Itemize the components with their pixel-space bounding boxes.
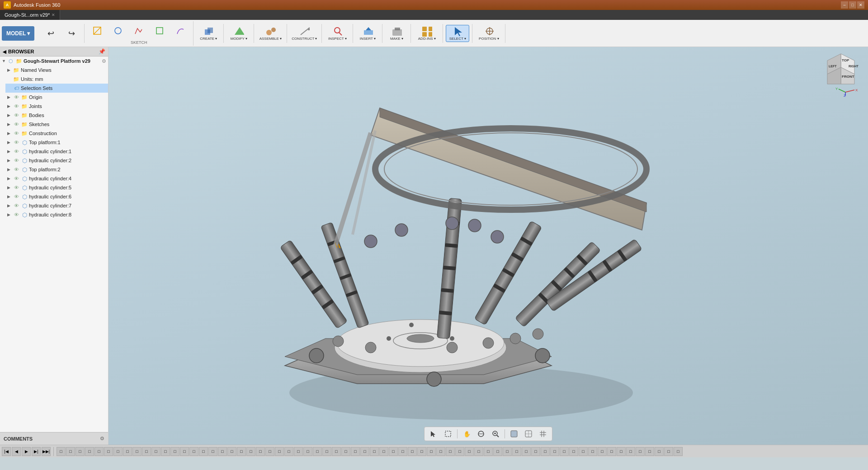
modify-button[interactable]: MODIFY ▾ bbox=[226, 25, 251, 42]
visibility-icon-construction[interactable]: 👁 bbox=[13, 130, 20, 137]
status-tool-37[interactable]: □ bbox=[398, 447, 407, 456]
sketch-button-3[interactable] bbox=[129, 22, 149, 39]
status-tool-57[interactable]: □ bbox=[588, 447, 597, 456]
status-tool-56[interactable]: □ bbox=[579, 447, 588, 456]
sidebar-pin-icon[interactable]: 📌 bbox=[99, 48, 105, 55]
status-tool-10[interactable]: □ bbox=[142, 447, 151, 456]
viewport-display-mode[interactable] bbox=[508, 428, 520, 439]
viewport-zoom-icon[interactable] bbox=[489, 428, 502, 439]
status-tool-12[interactable]: □ bbox=[161, 447, 170, 456]
status-tool-22[interactable]: □ bbox=[256, 447, 265, 456]
viewport-pan-icon[interactable]: ✋ bbox=[460, 428, 473, 439]
visibility-icon-top-platform-1[interactable]: 👁 bbox=[13, 139, 20, 146]
status-tool-13[interactable]: □ bbox=[170, 447, 179, 456]
view-cube[interactable]: TOP FRONT LEFT RIGHT X Y Z bbox=[823, 52, 859, 88]
status-tool-8[interactable]: □ bbox=[123, 447, 132, 456]
browser-item-units[interactable]: ▶ 📁 Units: mm bbox=[5, 75, 108, 84]
status-tool-2[interactable]: □ bbox=[66, 447, 75, 456]
status-tool-41[interactable]: □ bbox=[436, 447, 445, 456]
status-tool-60[interactable]: □ bbox=[617, 447, 626, 456]
settings-icon-root[interactable]: ⚙ bbox=[102, 58, 106, 64]
step-back-button[interactable]: ◀ bbox=[12, 447, 21, 456]
minimize-button[interactable]: – bbox=[841, 1, 848, 9]
status-tool-24[interactable]: □ bbox=[275, 447, 284, 456]
status-tool-36[interactable]: □ bbox=[389, 447, 398, 456]
status-tool-48[interactable]: □ bbox=[503, 447, 512, 456]
status-tool-14[interactable]: □ bbox=[180, 447, 189, 456]
status-tool-23[interactable]: □ bbox=[265, 447, 274, 456]
rewind-button[interactable]: |◀ bbox=[2, 447, 11, 456]
visibility-icon-hydraulic-7[interactable]: 👁 bbox=[13, 202, 20, 209]
status-tool-26[interactable]: □ bbox=[294, 447, 303, 456]
status-tool-30[interactable]: □ bbox=[332, 447, 341, 456]
browser-item-named-views[interactable]: ▶ 📁 Named Views bbox=[5, 66, 108, 75]
expand-arrow-hydraulic-8[interactable]: ▶ bbox=[7, 212, 12, 217]
status-tool-25[interactable]: □ bbox=[284, 447, 293, 456]
expand-arrow-named-views[interactable]: ▶ bbox=[7, 68, 12, 72]
insert-button[interactable]: INSERT ▾ bbox=[356, 25, 379, 42]
expand-arrow-top-platform-2[interactable]: ▶ bbox=[7, 167, 12, 172]
tab-close-icon[interactable]: ✕ bbox=[52, 13, 55, 17]
status-tool-53[interactable]: □ bbox=[550, 447, 559, 456]
comments-panel[interactable]: COMMENTS ⚙ bbox=[0, 432, 108, 445]
status-tool-6[interactable]: □ bbox=[104, 447, 113, 456]
select-button[interactable]: SELECT ▾ bbox=[446, 25, 469, 42]
sketch-button-5[interactable] bbox=[170, 22, 190, 39]
expand-arrow-top-platform-1[interactable]: ▶ bbox=[7, 140, 12, 145]
status-tool-51[interactable]: □ bbox=[531, 447, 540, 456]
make-button[interactable]: MAKE ▾ bbox=[385, 25, 408, 42]
construct-button[interactable]: CONSTRUCT ▾ bbox=[290, 25, 319, 42]
status-tool-18[interactable]: □ bbox=[218, 447, 227, 456]
expand-arrow-hydraulic-2[interactable]: ▶ bbox=[7, 158, 12, 163]
status-tool-34[interactable]: □ bbox=[370, 447, 379, 456]
status-tool-63[interactable]: □ bbox=[645, 447, 654, 456]
status-tool-15[interactable]: □ bbox=[189, 447, 198, 456]
status-tool-32[interactable]: □ bbox=[351, 447, 360, 456]
status-tool-66[interactable]: □ bbox=[674, 447, 683, 456]
status-tool-50[interactable]: □ bbox=[522, 447, 531, 456]
expand-arrow-construction[interactable]: ▶ bbox=[7, 131, 12, 136]
expand-arrow-hydraulic-7[interactable]: ▶ bbox=[7, 203, 12, 208]
viewport-orbit-icon[interactable] bbox=[475, 428, 487, 439]
create-button[interactable]: CREATE ▾ bbox=[196, 25, 221, 42]
status-tool-16[interactable]: □ bbox=[199, 447, 208, 456]
expand-arrow-hydraulic-5[interactable]: ▶ bbox=[7, 185, 12, 190]
status-tool-59[interactable]: □ bbox=[607, 447, 616, 456]
status-tool-44[interactable]: □ bbox=[465, 447, 474, 456]
browser-item-bodies[interactable]: ▶ 👁 📁 Bodies bbox=[5, 111, 108, 120]
status-tool-52[interactable]: □ bbox=[541, 447, 550, 456]
status-tool-27[interactable]: □ bbox=[303, 447, 312, 456]
expand-arrow-hydraulic-4[interactable]: ▶ bbox=[7, 176, 12, 181]
position-button[interactable]: POSITION ▾ bbox=[475, 25, 502, 42]
status-tool-46[interactable]: □ bbox=[484, 447, 493, 456]
expand-arrow-bodies[interactable]: ▶ bbox=[7, 113, 12, 118]
status-tool-17[interactable]: □ bbox=[208, 447, 217, 456]
status-tool-58[interactable]: □ bbox=[598, 447, 607, 456]
browser-item-hydraulic-1[interactable]: ▶ 👁 ⬡ hydraulic cylinder:1 bbox=[5, 147, 108, 156]
browser-item-top-platform-2[interactable]: ▶ 👁 ⬡ Top platform:2 bbox=[5, 165, 108, 174]
visibility-icon-hydraulic-5[interactable]: 👁 bbox=[13, 184, 20, 191]
expand-arrow-hydraulic-1[interactable]: ▶ bbox=[7, 149, 12, 154]
status-tool-47[interactable]: □ bbox=[493, 447, 502, 456]
status-tool-28[interactable]: □ bbox=[313, 447, 322, 456]
status-tool-29[interactable]: □ bbox=[322, 447, 331, 456]
expand-arrow-hydraulic-6[interactable]: ▶ bbox=[7, 194, 12, 199]
viewport-box-select-icon[interactable] bbox=[442, 428, 454, 439]
3d-model[interactable] bbox=[108, 47, 868, 445]
status-tool-55[interactable]: □ bbox=[569, 447, 578, 456]
sketch-button-4[interactable] bbox=[150, 22, 170, 39]
status-tool-62[interactable]: □ bbox=[636, 447, 645, 456]
visibility-icon-hydraulic-8[interactable]: 👁 bbox=[13, 211, 20, 218]
status-tool-3[interactable]: □ bbox=[75, 447, 85, 456]
browser-item-hydraulic-4[interactable]: ▶ 👁 ⬡ hydraulic cylinder:4 bbox=[5, 174, 108, 183]
status-tool-20[interactable]: □ bbox=[237, 447, 246, 456]
status-tool-64[interactable]: □ bbox=[655, 447, 664, 456]
viewport-select-icon[interactable] bbox=[427, 428, 440, 439]
status-tool-65[interactable]: □ bbox=[664, 447, 673, 456]
status-tool-5[interactable]: □ bbox=[94, 447, 104, 456]
browser-item-top-platform-1[interactable]: ▶ 👁 ⬡ Top platform:1 bbox=[5, 138, 108, 147]
expand-arrow-sketches[interactable]: ▶ bbox=[7, 122, 12, 127]
sidebar-collapse-icon[interactable]: ◀ bbox=[3, 49, 6, 54]
status-tool-19[interactable]: □ bbox=[227, 447, 236, 456]
expand-arrow-root[interactable]: ▼ bbox=[2, 59, 6, 63]
